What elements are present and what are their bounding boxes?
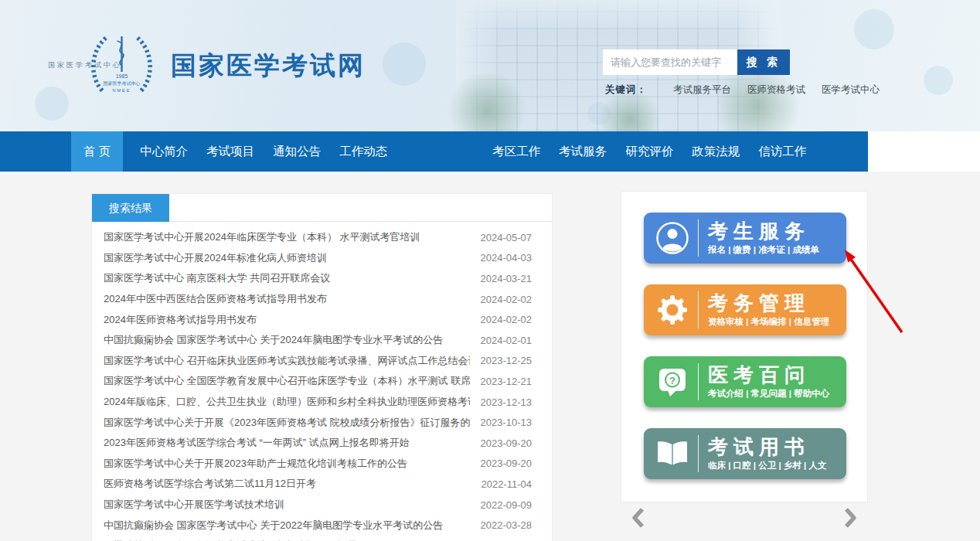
nav-item[interactable]: 工作动态	[338, 131, 389, 172]
result-title[interactable]: 2024年医师资格考试指导用书发布	[104, 313, 470, 327]
services-carousel-nav	[621, 506, 868, 532]
divider	[698, 219, 699, 257]
card-title: 考务管理	[708, 292, 829, 314]
bokeh-decoration	[383, 43, 426, 86]
card-title: 医考百问	[708, 364, 829, 386]
keyword-link[interactable]: 医师资格考试	[747, 83, 805, 97]
result-date: 2023-09-20	[470, 437, 532, 449]
svg-text:1985: 1985	[116, 73, 128, 79]
result-date: 2023-09-20	[470, 458, 532, 469]
card-subtitle: 临床 | 口腔 | 公卫 | 乡村 | 人文	[708, 460, 826, 471]
result-row[interactable]: 中国抗癫痫协会 国家医学考试中心 关于2024年脑电图学专业水平考试的公告 20…	[92, 330, 552, 351]
main-navigation: 首 页 中心简介 考试项目 通知公告 工作动态 考区工作 考试服务 研究评价 政…	[0, 131, 868, 172]
result-row[interactable]: 2024年中医中西医结合医师资格考试指导用书发布 2024-02-02	[92, 289, 552, 310]
nav-item[interactable]: 中心简介	[138, 131, 189, 172]
keyword-link[interactable]: 医学考试中心	[822, 83, 880, 97]
result-date: 2023-12-25	[470, 355, 532, 366]
result-title[interactable]: 国家医学考试中心 南京医科大学 共同召开联席会议	[104, 271, 470, 285]
keyword-link[interactable]: 考试服务平台	[673, 83, 731, 97]
result-date: 2024-02-02	[470, 294, 532, 305]
result-date: 2022-11-04	[470, 478, 532, 490]
result-title[interactable]: 医师资格考试医学综合考试第二试11月12日开考	[104, 477, 470, 491]
card-subtitle: 报名 | 缴费 | 准考证 | 成绩单	[708, 244, 819, 256]
nav-item[interactable]: 研究评价	[624, 131, 675, 172]
carousel-next-button[interactable]	[842, 506, 858, 532]
result-date: 2022-03-28	[470, 519, 532, 531]
search-input[interactable]	[603, 49, 737, 75]
site-logo[interactable]: 1985 国家医学考试中心 NMEE 国家医学考试网	[85, 29, 366, 103]
result-title[interactable]: 国家医学考试中心开展2024年标准化病人师资培训	[104, 251, 470, 265]
result-row[interactable]: 国家医学考试中心关于开展2023年助产士规范化培训考核工作的公告 2023-09…	[92, 454, 552, 475]
card-exam-administration[interactable]: 考务管理 资格审核 | 考场编排 | 信息管理	[644, 284, 846, 335]
results-tab-bar: 搜索结果	[92, 194, 552, 222]
result-date: 2022-09-09	[470, 499, 532, 511]
result-row[interactable]: 2024年版临床、口腔、公共卫生执业（助理）医师和乡村全科执业助理医师资格考试大…	[92, 392, 552, 413]
result-row[interactable]: 国家医学考试中心 全国医学教育发展中心召开临床医学专业（本科）水平测试 联席会议…	[92, 371, 552, 392]
chevron-right-icon	[842, 506, 858, 529]
card-subtitle: 考试介绍 | 常见问题 | 帮助中心	[708, 388, 829, 400]
gear-icon	[654, 293, 691, 327]
result-title[interactable]: 国家医学考试中心关于开展《2023年医师资格考试 院校成绩分析报告》征订服务的通…	[104, 416, 470, 430]
result-date: 2023-12-21	[470, 376, 532, 387]
keywords-label: 关键词：	[605, 83, 647, 97]
result-title[interactable]: 中国抗癫痫协会 国家医学考试中心 关于2024年脑电图学专业水平考试的公告	[104, 333, 470, 347]
result-title[interactable]: 国家医学考试中心 全国医学教育发展中心召开临床医学专业（本科）水平测试 联席会议	[104, 374, 470, 388]
result-title[interactable]: 国家医学考试中心开展医学考试技术培训	[104, 498, 470, 512]
nav-item[interactable]: 首 页	[71, 131, 123, 172]
results-list: 国家医学考试中心开展2024年临床医学专业（本科） 水平测试考官培训 2024-…	[92, 222, 552, 541]
card-exam-books[interactable]: 考试用书 临床 | 口腔 | 公卫 | 乡村 | 人文	[644, 428, 846, 479]
result-row[interactable]: 医学院校《2021年医师资格考试成绩分析报告》开始提供 2022-02-23	[92, 536, 552, 541]
result-date: 2023-10-13	[470, 417, 532, 428]
result-row[interactable]: 国家医学考试中心 召开临床执业医师考试实践技能考试录播、网评试点工作总结会议 2…	[92, 351, 552, 372]
result-row[interactable]: 2024年医师资格考试指导用书发布 2024-02-02	[92, 309, 552, 330]
tab-search-results[interactable]: 搜索结果	[92, 194, 169, 222]
nav-item[interactable]: 考试项目	[205, 131, 256, 172]
result-row[interactable]: 2023年医师资格考试医学综合考试 “一年两试” 试点网上报名即将开始 2023…	[92, 433, 552, 454]
svg-text:?: ?	[669, 375, 675, 386]
result-title[interactable]: 中国抗癫痫协会 国家医学考试中心 关于2022年脑电图学专业水平考试的公告	[104, 519, 470, 532]
site-title: 国家医学考试网	[171, 49, 366, 83]
nav-item[interactable]: 考试服务	[557, 131, 608, 172]
result-date: 2024-04-03	[470, 252, 532, 264]
user-icon	[654, 221, 691, 255]
divider	[698, 291, 699, 328]
book-icon	[654, 438, 691, 469]
result-row[interactable]: 国家医学考试中心关于开展《2023年医师资格考试 院校成绩分析报告》征订服务的通…	[92, 412, 552, 433]
result-title[interactable]: 2024年中医中西医结合医师资格考试指导用书发布	[104, 292, 470, 306]
result-title[interactable]: 2023年医师资格考试医学综合考试 “一年两试” 试点网上报名即将开始	[104, 436, 470, 450]
card-subtitle: 资格审核 | 考场编排 | 信息管理	[708, 316, 829, 328]
svg-text:NMEE: NMEE	[113, 88, 131, 93]
result-row[interactable]: 医师资格考试医学综合考试第二试11月12日开考 2022-11-04	[92, 474, 552, 495]
result-date: 2024-03-21	[470, 273, 532, 284]
search-bar: 搜 索	[603, 49, 790, 75]
result-title[interactable]: 国家医学考试中心关于开展2023年助产士规范化培训考核工作的公告	[104, 457, 470, 471]
nav-item[interactable]: 通知公告	[271, 131, 322, 172]
result-title[interactable]: 国家医学考试中心开展2024年临床医学专业（本科） 水平测试考官培训	[104, 230, 470, 244]
card-examinee-services[interactable]: 考生服务 报名 | 缴费 | 准考证 | 成绩单	[644, 213, 846, 264]
nav-item[interactable]: 信访工作	[757, 131, 808, 172]
quick-services-panel: 考生服务 报名 | 缴费 | 准考证 | 成绩单 考务	[621, 191, 868, 502]
result-row[interactable]: 国家医学考试中心开展2024年标准化病人师资培训 2024-04-03	[92, 248, 552, 269]
result-date: 2024-05-07	[470, 232, 532, 243]
result-title[interactable]: 2024年版临床、口腔、公共卫生执业（助理）医师和乡村全科执业助理医师资格考试大…	[104, 395, 470, 409]
search-button[interactable]: 搜 索	[737, 49, 790, 75]
page-header: 国家医学考试中心 1985 国家医学考试中心 NMEE 国家医学考试网 搜 索 …	[0, 0, 980, 131]
nav-item[interactable]: 考区工作	[491, 131, 542, 172]
bokeh-decoration	[35, 87, 69, 121]
nav-item[interactable]: 政策法规	[690, 131, 741, 172]
result-row[interactable]: 国家医学考试中心开展医学考试技术培训 2022-09-09	[92, 495, 552, 515]
card-exam-faq[interactable]: ? 医考百问 考试介绍 | 常见问题 | 帮助中心	[644, 356, 846, 407]
bokeh-decoration	[924, 66, 953, 95]
card-title: 考试用书	[708, 436, 826, 458]
result-row[interactable]: 国家医学考试中心开展2024年临床医学专业（本科） 水平测试考官培训 2024-…	[92, 227, 552, 248]
divider	[698, 435, 699, 472]
result-row[interactable]: 国家医学考试中心 南京医科大学 共同召开联席会议 2024-03-21	[92, 268, 552, 289]
building-sign-text: 国家医学考试中心	[48, 60, 122, 70]
svg-text:国家医学考试中心: 国家医学考试中心	[104, 80, 141, 87]
carousel-prev-button[interactable]	[631, 506, 646, 532]
result-row[interactable]: 中国抗癫痫协会 国家医学考试中心 关于2022年脑电图学专业水平考试的公告 20…	[92, 515, 552, 536]
result-date: 2024-02-01	[470, 335, 532, 346]
result-date: 2024-02-02	[470, 314, 532, 325]
result-title[interactable]: 国家医学考试中心 召开临床执业医师考试实践技能考试录播、网评试点工作总结会议	[104, 354, 470, 368]
search-results-panel: 搜索结果 国家医学考试中心开展2024年临床医学专业（本科） 水平测试考官培训 …	[91, 193, 553, 541]
